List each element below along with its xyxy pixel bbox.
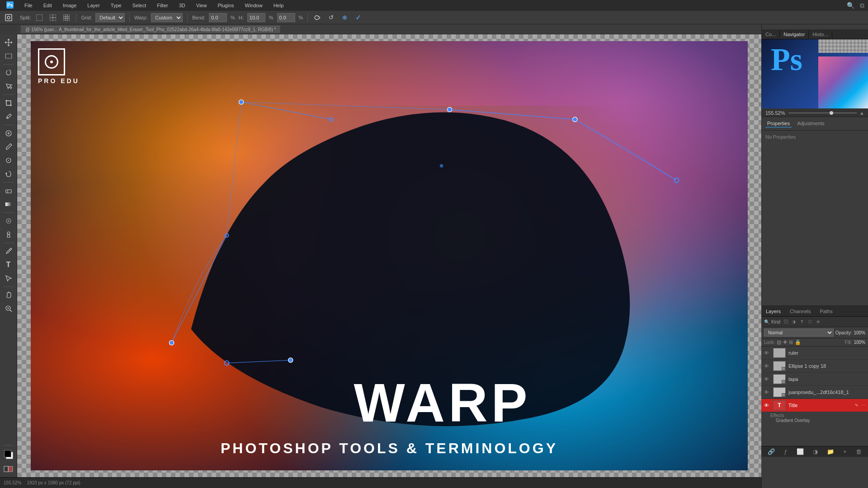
- fill-value: 100%: [854, 340, 865, 345]
- add-style-btn[interactable]: ƒ: [784, 448, 787, 455]
- filter-smart-icon[interactable]: ⊗: [815, 318, 822, 325]
- rotate-ccw-btn[interactable]: ↺: [326, 13, 336, 23]
- clone-stamp-tool[interactable]: [2, 154, 15, 167]
- brush-tool[interactable]: [2, 141, 15, 153]
- filter-pixel-icon[interactable]: ⬛: [782, 318, 789, 325]
- layer-link-tapa: [782, 380, 785, 384]
- warp-toggle-btn[interactable]: [312, 13, 322, 23]
- color-swatches[interactable]: [2, 448, 15, 461]
- blur-tool[interactable]: [2, 215, 15, 227]
- menu-plugins[interactable]: Plugins: [215, 2, 236, 9]
- zoom-triangle-up[interactable]: ▲: [859, 110, 864, 116]
- zoom-slider-thumb[interactable]: [830, 111, 833, 115]
- menu-window[interactable]: Window: [242, 2, 265, 9]
- adjustments-tab[interactable]: Adjustments: [795, 120, 826, 127]
- layer-vis-ellipse[interactable]: 👁: [764, 363, 770, 369]
- layer-name-title: Title: [788, 403, 852, 408]
- add-layer-btn[interactable]: +: [843, 448, 847, 455]
- marquee-tool[interactable]: [2, 50, 15, 62]
- crosshair-btn[interactable]: ⊕: [340, 13, 349, 23]
- split-3x3-btn[interactable]: [61, 13, 71, 23]
- nav-tab-co[interactable]: Co...: [762, 31, 780, 38]
- layer-item-tapa[interactable]: 👁 tapa: [761, 373, 868, 386]
- paths-tab[interactable]: Paths: [816, 308, 837, 315]
- dodge-tool[interactable]: [2, 228, 15, 241]
- h-input[interactable]: [247, 13, 265, 22]
- layer-item-title[interactable]: 👁 T Title ✎ ⋯: [761, 399, 868, 412]
- quick-mask-btn[interactable]: [2, 463, 15, 475]
- blend-mode-select[interactable]: Normal: [764, 328, 834, 337]
- properties-tab[interactable]: Properties: [765, 120, 792, 127]
- add-link-btn[interactable]: 🔗: [768, 448, 775, 455]
- nav-tab-navigator[interactable]: Navigator: [780, 31, 809, 38]
- zoom-tool[interactable]: [2, 302, 15, 315]
- layer-item-ruler[interactable]: 👁 ruler: [761, 347, 868, 360]
- lock-all-icon[interactable]: 🔒: [795, 339, 801, 345]
- layer-item-juan[interactable]: 👁 juanproedu_...2df16c418_1: [761, 386, 868, 399]
- lock-pixels-icon[interactable]: ▨: [777, 339, 781, 345]
- layers-tab[interactable]: Layers: [761, 308, 785, 315]
- eraser-tool[interactable]: [2, 184, 15, 197]
- grid-label: Grid:: [81, 15, 92, 20]
- menu-edit[interactable]: Edit: [41, 2, 55, 9]
- foreground-color[interactable]: [4, 450, 11, 457]
- search-icon-top[interactable]: 🔍: [847, 2, 854, 9]
- status-bar: 155.52% 1920 px x 1080 px (72 ppi): [0, 477, 868, 488]
- spot-heal-tool[interactable]: [2, 127, 15, 140]
- lasso-tool[interactable]: [2, 66, 15, 79]
- layer-thumb-tapa: [773, 374, 786, 384]
- toolbar-sep4: [3, 182, 14, 183]
- svg-text:Ps: Ps: [7, 3, 13, 8]
- confirm-btn[interactable]: ✓: [353, 13, 363, 23]
- gradient-tool[interactable]: [2, 198, 15, 211]
- filter-type-icon[interactable]: T: [798, 318, 806, 325]
- nav-tab-history[interactable]: Histo...: [809, 31, 832, 38]
- warp-select[interactable]: Custom: [151, 13, 183, 22]
- menu-view[interactable]: View: [193, 2, 210, 9]
- bend-input[interactable]: [209, 13, 227, 22]
- menu-layer[interactable]: Layer: [85, 2, 103, 9]
- fill-row: Fill: 100%: [845, 340, 865, 345]
- add-adjustment-btn[interactable]: ◑: [813, 448, 818, 455]
- menu-3d[interactable]: 3D: [176, 2, 188, 9]
- pen-tool[interactable]: [2, 245, 15, 258]
- split-2x2-btn[interactable]: [48, 13, 58, 23]
- grid-select[interactable]: Default: [95, 13, 125, 22]
- menu-type[interactable]: Type: [108, 2, 124, 9]
- menu-select[interactable]: Select: [130, 2, 149, 9]
- arrange-windows-icon[interactable]: ⧉: [860, 2, 864, 9]
- zoom-slider[interactable]: [788, 113, 857, 113]
- history-brush-tool[interactable]: [2, 168, 15, 180]
- eyedropper-tool[interactable]: [2, 110, 15, 123]
- layer-vis-juan[interactable]: 👁: [764, 389, 770, 395]
- layer-vis-ruler[interactable]: 👁: [764, 350, 770, 356]
- menu-image[interactable]: Image: [60, 2, 80, 9]
- crop-tool[interactable]: [2, 97, 15, 109]
- document-tab[interactable]: @ 156% (juan... A_thumbnail_for_the_arti…: [21, 26, 281, 33]
- type-tool[interactable]: T: [2, 258, 15, 271]
- menu-ps[interactable]: Ps: [4, 0, 16, 10]
- layer-edit-icon[interactable]: ✎: [855, 403, 859, 408]
- filter-shape-icon[interactable]: ⬡: [807, 318, 814, 325]
- path-select-tool[interactable]: [2, 272, 15, 285]
- menu-help[interactable]: Help: [271, 2, 287, 9]
- split-none-btn[interactable]: [34, 13, 44, 23]
- add-mask-btn[interactable]: ⬜: [797, 448, 804, 455]
- percent1: %: [231, 15, 235, 20]
- layer-item-ellipse[interactable]: 👁 Ellipse 1 copy 18: [761, 360, 868, 373]
- layer-vis-title[interactable]: 👁: [764, 403, 770, 408]
- filter-adjust-icon[interactable]: ◑: [790, 318, 797, 325]
- channels-tab[interactable]: Channels: [785, 308, 815, 315]
- hand-tool[interactable]: [2, 289, 15, 301]
- select-subject-tool[interactable]: [2, 80, 15, 93]
- menu-file[interactable]: File: [22, 2, 35, 9]
- delete-layer-btn[interactable]: 🗑: [856, 448, 862, 455]
- lock-artboard-icon[interactable]: ⊞: [789, 339, 793, 345]
- move-tool[interactable]: [2, 36, 15, 49]
- layer-more-icon[interactable]: ⋯: [861, 403, 865, 408]
- menu-filter[interactable]: Filter: [154, 2, 170, 9]
- layer-vis-tapa[interactable]: 👁: [764, 376, 770, 382]
- v-input[interactable]: [277, 13, 295, 22]
- lock-position-icon[interactable]: ✚: [783, 339, 787, 345]
- add-group-btn[interactable]: 📁: [827, 448, 834, 455]
